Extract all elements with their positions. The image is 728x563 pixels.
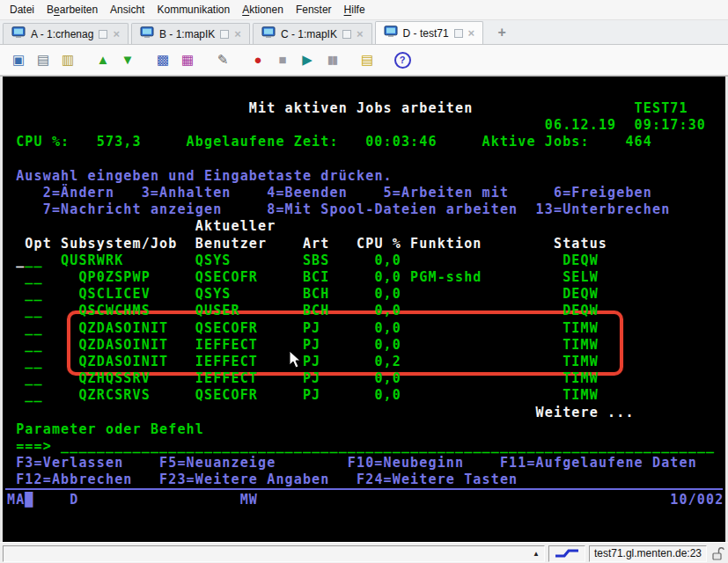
- terminal-text: SELW: [563, 269, 599, 286]
- tab-restore-icon[interactable]: [99, 30, 107, 39]
- terminal-text: DEQW: [563, 303, 599, 319]
- receive-file-icon[interactable]: ▼: [118, 50, 137, 69]
- terminal-text: MW: [240, 492, 258, 508]
- color-mapping-icon[interactable]: ▦: [178, 50, 197, 69]
- terminal-text: Subsystem/Job: [61, 236, 177, 252]
- terminal-text: QZRCSRVS: [78, 387, 150, 404]
- mouse-cursor: [289, 350, 301, 369]
- display-sessions-icon[interactable]: ▩: [153, 50, 173, 69]
- terminal-text: QSECOFR: [195, 387, 258, 404]
- terminal-input-field[interactable]: __: [25, 387, 42, 404]
- session-monitor-icon: [140, 26, 154, 41]
- terminal-text: █: [25, 492, 33, 508]
- terminal-text: 13=Unterbrechen: [536, 201, 671, 218]
- terminal-text: 0,0: [374, 387, 401, 404]
- terminal-text: IEFFECT: [195, 354, 258, 370]
- scratchpad-icon[interactable]: ▤: [357, 50, 377, 69]
- terminal-text: QZDASOINIT: [78, 337, 168, 354]
- terminal-text: 0,0: [374, 320, 401, 337]
- terminal-text: D: [70, 492, 78, 508]
- terminal-text: Benutzer: [195, 236, 267, 252]
- tab-d-test71[interactable]: D - test71×: [375, 21, 484, 44]
- terminal-input-field[interactable]: _: [16, 252, 25, 269]
- terminal-input-field[interactable]: ________________________________________…: [61, 438, 715, 455]
- terminal-text: QUSRWRK: [61, 252, 123, 269]
- terminal-input-field[interactable]: __: [25, 354, 42, 370]
- terminal-text: 0,0: [374, 252, 401, 269]
- menu-aktionen[interactable]: Aktionen: [236, 1, 290, 18]
- terminal-text: Aktive Jobs:: [482, 134, 590, 150]
- tab-label: A - 1:crhenag: [31, 28, 93, 40]
- terminal-input-field[interactable]: __: [25, 303, 42, 319]
- terminal-input-field[interactable]: __: [25, 320, 42, 337]
- terminal-input-field[interactable]: __: [25, 252, 42, 269]
- copy-icon[interactable]: ▤: [33, 50, 53, 69]
- menu-bearbeiten[interactable]: Bearbeiten: [40, 1, 104, 18]
- terminal-text: ===>: [16, 438, 52, 455]
- terminal-text: F11=Aufgelaufene Daten: [500, 455, 697, 472]
- terminal-text: QSCWCHMS: [78, 303, 150, 319]
- menu-fenster[interactable]: Fenster: [290, 1, 338, 18]
- terminal-input-field[interactable]: __: [25, 370, 42, 387]
- terminal-text: SBS: [303, 252, 330, 269]
- terminal-input-field[interactable]: __: [25, 286, 42, 303]
- tab-restore-icon[interactable]: [342, 30, 351, 39]
- terminal-text: F3=Verlassen: [16, 455, 123, 472]
- terminal-text: F12=Abbrechen: [16, 472, 132, 488]
- send-file-icon[interactable]: ▲: [93, 50, 113, 69]
- terminal-text: 06.12.19 09:17:30: [545, 117, 706, 134]
- menu-ansicht[interactable]: Ansicht: [104, 1, 151, 18]
- terminal-text: PJ: [303, 370, 320, 387]
- tab-label: C - 1:mapIK: [281, 28, 337, 40]
- terminal-text: TIMW: [563, 354, 599, 370]
- terminal-text: TIMW: [563, 370, 599, 387]
- status-history-arrow-icon[interactable]: ▲: [533, 550, 540, 559]
- menu-hilfe[interactable]: Hilfe: [338, 1, 371, 18]
- terminal-text: PGM-sshd: [410, 269, 482, 286]
- terminal-text: CPU %:: [16, 134, 70, 150]
- terminal-text: QZDASOINIT: [78, 320, 168, 337]
- paste-icon[interactable]: ▥: [58, 50, 77, 69]
- terminal-text: QSCLICEV: [78, 286, 150, 303]
- terminal-text: QZHQSSRV: [78, 370, 150, 387]
- tab-b-1-mapik[interactable]: B - 1:mapIK×: [131, 23, 250, 44]
- terminal-input-field[interactable]: __: [25, 337, 42, 354]
- status-bar: ▲ test71.gl.menten.de:23: [0, 542, 728, 563]
- terminal-text: F5=Neuanzeige: [159, 455, 276, 472]
- terminal-text: Abgelaufene Zeit:: [187, 134, 339, 150]
- terminal-text: Funktion: [410, 236, 482, 252]
- terminal-text: F23=Weitere Angaben: [159, 472, 329, 488]
- terminal-text: DEQW: [563, 252, 599, 269]
- tab-close-icon[interactable]: ×: [113, 30, 120, 39]
- tab-restore-icon[interactable]: [454, 29, 463, 38]
- copy-screen-icon[interactable]: ▣: [9, 50, 28, 69]
- terminal-screen[interactable]: Mit aktiven Jobs arbeitenTEST7106.12.19 …: [3, 77, 725, 542]
- host-address-panel: test71.gl.menten.de:23: [589, 545, 707, 562]
- tab-c-1-mapik[interactable]: C - 1:mapIK×: [253, 23, 372, 44]
- tab-close-icon[interactable]: ×: [468, 29, 475, 38]
- edit-settings-icon[interactable]: ✎: [213, 50, 232, 69]
- menu-datei[interactable]: Datei: [4, 1, 40, 18]
- new-tab-button[interactable]: +: [491, 23, 512, 41]
- menu-kommunikation[interactable]: Kommunikation: [151, 1, 236, 18]
- toolbar: ▣▤▥▲▼▩▦✎●■▶▮▮▤?: [0, 45, 728, 76]
- record-macro-icon[interactable]: ●: [248, 50, 268, 69]
- terminal-text: PJ: [303, 320, 320, 337]
- help-icon[interactable]: ?: [393, 50, 412, 69]
- terminal-text: 3=Anhalten: [142, 185, 232, 201]
- tab-close-icon[interactable]: ×: [234, 30, 241, 39]
- tab-bar: A - 1:crhenag×B - 1:mapIK×C - 1:mapIK×D …: [0, 20, 728, 45]
- terminal-text: Art: [303, 236, 330, 252]
- terminal-text: 7=Nachricht anzeigen: [43, 201, 223, 218]
- terminal-text: TEST71: [635, 100, 688, 117]
- tab-close-icon[interactable]: ×: [357, 30, 364, 39]
- tab-restore-icon[interactable]: [220, 30, 229, 39]
- connection-status-panel: [548, 545, 585, 562]
- stop-macro-icon[interactable]: ■: [273, 50, 292, 69]
- terminal-text: Auswahl eingeben und Eingabetaste drücke…: [16, 168, 393, 185]
- pause-macro-icon[interactable]: ▮▮: [322, 50, 342, 69]
- tab-a-1-crhenag[interactable]: A - 1:crhenag×: [3, 23, 129, 44]
- terminal-text: PJ: [303, 354, 320, 370]
- play-macro-icon[interactable]: ▶: [298, 50, 317, 69]
- terminal-input-field[interactable]: __: [25, 269, 42, 286]
